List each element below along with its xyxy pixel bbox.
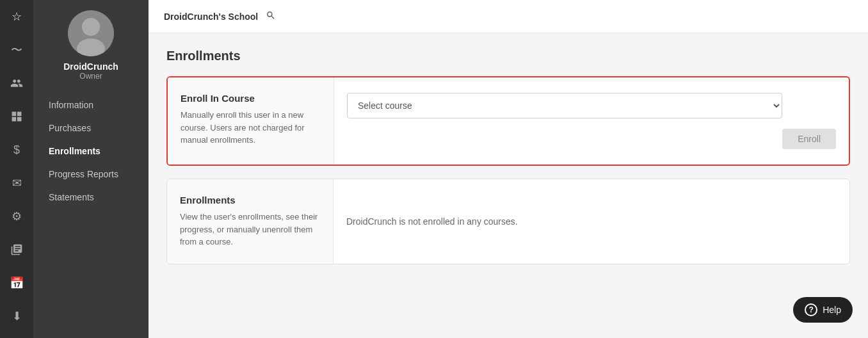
enroll-card-left: Enroll In Course Manually enroll this us… <box>168 77 334 165</box>
sidebar-item-enrollments[interactable]: Enrollments <box>38 140 143 163</box>
sidebar-nav: Information Purchases Enrollments Progre… <box>33 93 149 209</box>
mail-icon[interactable]: ✉ <box>0 166 33 200</box>
search-button[interactable] <box>266 10 276 23</box>
enroll-card-title: Enroll In Course <box>181 93 321 104</box>
user-role: Owner <box>79 72 102 81</box>
svg-point-1 <box>82 18 100 36</box>
layout-icon[interactable] <box>0 100 33 133</box>
course-select[interactable]: Select course <box>347 93 782 118</box>
calendar-icon[interactable]: 📅 <box>0 266 33 300</box>
sidebar-item-progress-reports[interactable]: Progress Reports <box>38 163 143 186</box>
sidebar: DroidCrunch Owner Information Purchases … <box>33 0 149 338</box>
help-button[interactable]: ? Help <box>793 297 853 323</box>
enrollments-section-card: Enrollments View the user's enrollments,… <box>166 179 850 264</box>
sidebar-item-information[interactable]: Information <box>38 93 143 117</box>
user-name: DroidCrunch <box>63 61 118 72</box>
icon-bar: ☆ 〜 $ ✉ ⚙ 📅 ⬇ <box>0 0 33 338</box>
enroll-card-description: Manually enroll this user in a new cours… <box>181 109 321 147</box>
school-name: DroidCrunch's School <box>164 12 258 22</box>
main-area: DroidCrunch's School Enrollments Enroll … <box>149 0 868 338</box>
help-icon: ? <box>805 303 817 316</box>
page-title: Enrollments <box>166 49 850 63</box>
library-icon[interactable] <box>0 233 33 266</box>
avatar <box>68 10 114 56</box>
content-area: Enrollments Enroll In Course Manually en… <box>149 33 868 338</box>
enroll-button[interactable]: Enroll <box>782 129 836 149</box>
gear-icon[interactable]: ⚙ <box>0 200 33 233</box>
sidebar-item-statements[interactable]: Statements <box>38 186 143 209</box>
users-icon[interactable] <box>0 67 33 100</box>
dollar-icon[interactable]: $ <box>0 133 33 166</box>
enrollments-section-title: Enrollments <box>180 195 320 205</box>
top-bar: DroidCrunch's School <box>149 0 868 33</box>
enroll-card: Enroll In Course Manually enroll this us… <box>166 76 850 166</box>
analytics-icon[interactable]: 〜 <box>0 33 33 67</box>
enrollments-section-left: Enrollments View the user's enrollments,… <box>167 179 334 264</box>
enrollments-empty-message: DroidCrunch is not enrolled in any cours… <box>346 216 518 227</box>
download-icon[interactable]: ⬇ <box>0 300 33 333</box>
top-bar-left: DroidCrunch's School <box>164 10 276 23</box>
help-label: Help <box>823 305 841 315</box>
star-icon[interactable]: ☆ <box>0 0 33 33</box>
sidebar-item-purchases[interactable]: Purchases <box>38 117 143 140</box>
enroll-card-right: Select course Enroll <box>334 77 849 165</box>
enrollments-section-description: View the user's enrollments, see their p… <box>180 211 320 248</box>
enrollments-section-right: DroidCrunch is not enrolled in any cours… <box>334 179 849 264</box>
